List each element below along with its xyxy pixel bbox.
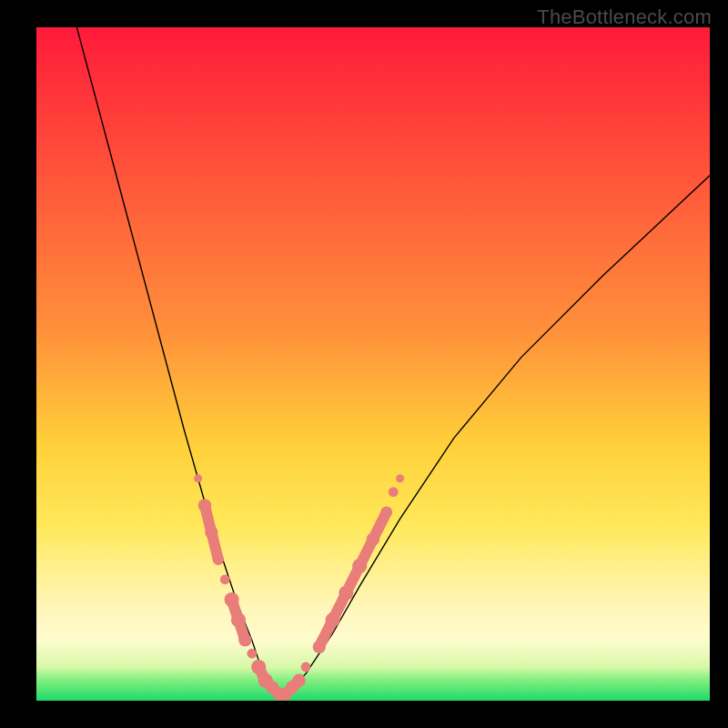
curve-marker-segment: [205, 505, 211, 532]
curve-marker: [198, 499, 211, 511]
curve-marker: [352, 559, 367, 573]
curve-marker: [231, 612, 246, 627]
watermark-label: TheBottleneck.com: [537, 5, 712, 29]
curve-marker-segment: [373, 512, 387, 540]
curve-marker-segment: [346, 566, 359, 593]
curve-marker: [279, 687, 292, 700]
plot-area: [36, 27, 710, 701]
curve-marker: [339, 586, 353, 601]
curve-marker-segment: [211, 532, 217, 560]
curve-marker-segment: [319, 620, 333, 647]
curve-marker-segment: [286, 687, 292, 693]
curve-marker: [194, 474, 202, 482]
curve-marker: [258, 673, 273, 688]
curve-marker-segment: [258, 667, 265, 681]
curve-marker: [238, 633, 251, 646]
curve-marker-segment: [232, 600, 238, 620]
curve-marker: [247, 649, 257, 659]
curve-marker: [272, 687, 285, 700]
curve-marker-segment: [359, 539, 373, 566]
curve-marker: [213, 553, 225, 565]
curve-marker-segment: [238, 620, 245, 640]
curve-svg: [36, 27, 710, 701]
curve-markers: [194, 474, 404, 701]
curve-marker: [381, 507, 393, 519]
curve-marker: [225, 592, 239, 607]
curve-marker-segment: [333, 593, 347, 621]
series-bottleneck-curve: [76, 27, 710, 694]
curve-marker: [301, 662, 311, 672]
curve-marker: [220, 574, 230, 584]
curve-marker: [313, 641, 326, 653]
curve-marker: [389, 487, 399, 497]
chart-root: TheBottleneck.com: [0, 0, 728, 728]
curve-marker: [367, 532, 379, 545]
bottleneck-curve-path: [76, 27, 710, 694]
curve-marker: [396, 474, 404, 482]
curve-marker: [326, 612, 340, 627]
curve-marker: [266, 681, 278, 693]
curve-marker-segment: [292, 681, 298, 687]
curve-marker: [286, 681, 298, 693]
curve-marker: [251, 660, 266, 674]
curve-marker-segment: [266, 681, 272, 687]
curve-marker: [292, 674, 305, 687]
curve-marker-segment: [272, 687, 278, 693]
curve-marker: [205, 526, 217, 539]
